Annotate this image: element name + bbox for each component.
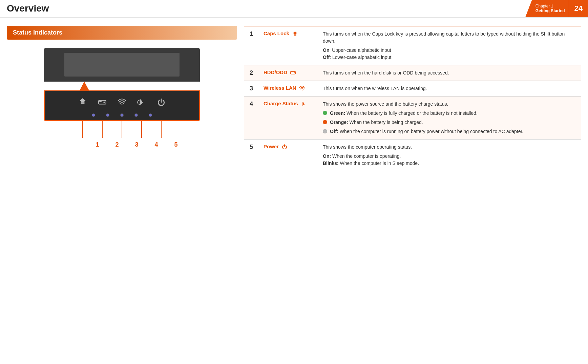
status-off: Off: When the computer is running on bat…: [323, 128, 576, 135]
row-num: 4: [244, 97, 259, 140]
row-num: 2: [244, 65, 259, 81]
info-table: 1 Caps Lock This turns on when the Caps …: [244, 26, 581, 171]
row-num: 1: [244, 26, 259, 65]
dot-orange: [323, 120, 327, 124]
hdd-svg: [98, 98, 107, 107]
section-title: Status Indicators: [7, 26, 237, 40]
device-illustration: 1 2 3 4 5: [7, 48, 237, 148]
capslock-icon-display: [78, 98, 87, 107]
hdd-icon-display: [98, 98, 107, 107]
table-row: 4 Charge Status This shows the power sou…: [244, 97, 581, 140]
power-icon: [281, 144, 288, 150]
indicator-name: HDD/ODD: [259, 65, 318, 81]
indicator-desc: This turns on when the hard disk is or O…: [318, 65, 581, 81]
status-orange: Orange: When the battery is being charge…: [323, 119, 576, 126]
indicator-name: Power: [259, 140, 318, 171]
row-num: 3: [244, 81, 259, 97]
num-2: 2: [115, 141, 119, 148]
status-on-1: On: Upper-case alphabetic input: [323, 47, 576, 54]
charge-icon: [301, 101, 307, 107]
svg-point-8: [302, 90, 302, 90]
left-panel: Status Indicators: [7, 26, 237, 361]
status-off-1: Off: Lower-case alphabetic input: [323, 54, 576, 61]
chapter-subtitle: Getting Started: [536, 8, 565, 13]
off-desc: Off: When the computer is running on bat…: [330, 128, 523, 135]
status-blinks-5: Blinks: When the computer is in Sleep mo…: [323, 160, 576, 167]
indicator-desc: This shows the computer operating status…: [318, 140, 581, 171]
power-icon-display: [157, 98, 166, 107]
charge-icon-display: [137, 98, 146, 107]
status-on-5: On: When the computer is operating.: [323, 153, 576, 160]
page-title: Overview: [7, 3, 49, 14]
svg-rect-5: [294, 35, 296, 36]
desc-text-2: This turns on when the hard disk is or O…: [323, 70, 449, 76]
svg-point-3: [121, 104, 122, 105]
laptop-screen-panel: [44, 48, 200, 82]
led-3: [120, 113, 124, 117]
svg-point-7: [294, 72, 295, 73]
indicator-desc: This turns on when the wireless LAN is o…: [318, 81, 581, 97]
status-green: Green: When the battery is fully charged…: [323, 110, 576, 117]
desc-text-3: This turns on when the wireless LAN is o…: [323, 86, 427, 91]
indicator-strip: [44, 90, 200, 121]
desc-text-5: This shows the computer operating status…: [323, 144, 412, 150]
table-row: 1 Caps Lock This turns on when the Caps …: [244, 26, 581, 65]
led-2: [106, 113, 109, 117]
led-1: [92, 113, 95, 117]
table-row: 2 HDD/ODD This turns on when the hard di…: [244, 65, 581, 81]
num-5: 5: [174, 141, 177, 148]
capslock-svg: [78, 98, 87, 107]
desc-text-4: This shows the power source and the batt…: [323, 101, 448, 107]
num-1: 1: [96, 141, 99, 148]
wireless-icon: [299, 85, 305, 91]
row-num: 5: [244, 140, 259, 171]
indicator-desc: This turns on when the Caps Lock key is …: [318, 26, 581, 65]
indicator-desc: This shows the power source and the batt…: [318, 97, 581, 140]
page-header: Overview Chapter 1 Getting Started 24: [0, 0, 588, 18]
svg-rect-0: [99, 101, 106, 104]
table-row: 3 Wireless LAN This turns on when the wi…: [244, 81, 581, 97]
right-panel: 1 Caps Lock This turns on when the Caps …: [244, 26, 581, 361]
charge-svg: [137, 98, 146, 107]
icons-row: [55, 98, 189, 107]
num-3: 3: [135, 141, 138, 148]
arrow-indicator: [80, 82, 89, 90]
led-4: [134, 113, 138, 117]
hdd-icon: [290, 70, 296, 76]
wireless-icon-display: [118, 98, 126, 107]
numbers-row: 1 2 3 4 5: [44, 141, 200, 148]
capslock-icon: [292, 31, 298, 37]
desc-text-1: This turns on when the Caps Lock key is …: [323, 31, 565, 44]
led-dots-row: [45, 113, 199, 117]
orange-desc: Orange: When the battery is being charge…: [330, 119, 423, 126]
led-5: [149, 113, 152, 117]
indicator-name: Caps Lock: [259, 26, 318, 65]
connector-lines: [44, 121, 200, 141]
chapter-info: Chapter 1 Getting Started: [525, 0, 569, 17]
green-desc: Green: When the battery is fully charged…: [330, 110, 478, 117]
chapter-label: Chapter 1: [536, 4, 565, 8]
chapter-badge: Chapter 1 Getting Started 24: [525, 0, 588, 17]
wireless-svg: [118, 98, 126, 107]
dot-gray: [323, 129, 327, 133]
num-4: 4: [154, 141, 158, 148]
table-row: 5 Power This shows the computer operatin…: [244, 140, 581, 171]
laptop-screen: [64, 53, 180, 77]
svg-point-1: [103, 102, 105, 103]
power-svg: [157, 98, 166, 107]
dot-green: [323, 111, 327, 115]
main-content: Status Indicators: [0, 18, 588, 364]
indicator-name: Wireless LAN: [259, 81, 318, 97]
page-number: 24: [569, 0, 588, 17]
indicator-name: Charge Status: [259, 97, 318, 140]
